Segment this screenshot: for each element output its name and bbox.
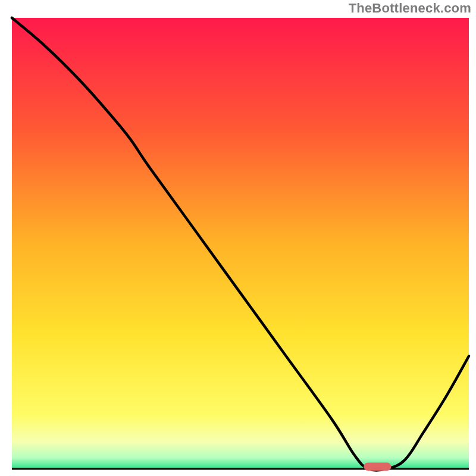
bottleneck-chart bbox=[0, 0, 476, 476]
plot-area bbox=[12, 18, 469, 471]
page-root: { "attribution": "TheBottleneck.com", "c… bbox=[0, 0, 476, 476]
optimal-range-marker bbox=[364, 462, 391, 471]
gradient-background bbox=[12, 18, 469, 469]
